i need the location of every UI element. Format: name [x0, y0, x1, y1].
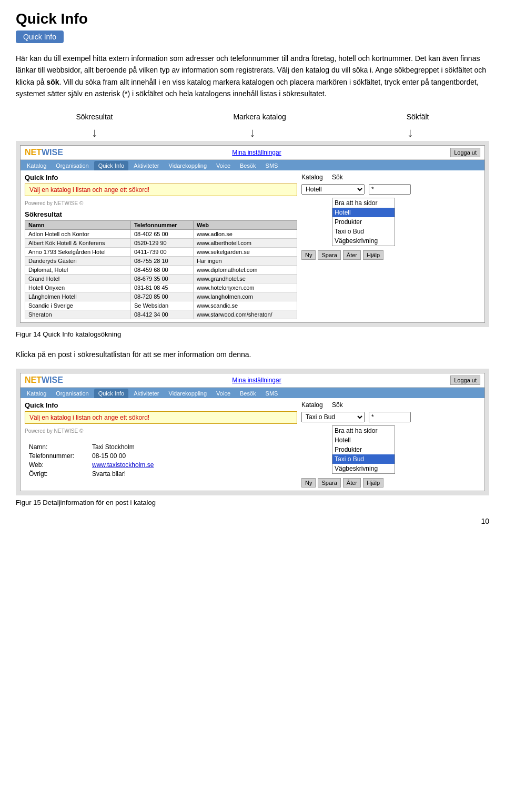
- between-text: Klicka på en post i sökresultatlistan fö…: [16, 349, 489, 360]
- catalog-label: Katalog: [301, 174, 328, 181]
- app2-right-panel: Katalog Sök Taxi o Bud Bra att ha sidor …: [301, 401, 480, 488]
- logout-button[interactable]: Logga ut: [450, 148, 480, 157]
- nav-bar: Katalog Organisation Quick Info Aktivite…: [21, 160, 484, 170]
- catalog-select-row2: Taxi o Bud: [301, 412, 411, 422]
- ny-button[interactable]: Ny: [301, 250, 316, 260]
- dropdown-item-taxi[interactable]: Taxi o Bud: [332, 227, 395, 236]
- catalog-select[interactable]: Hotell: [301, 184, 365, 195]
- catalog-dropdown2[interactable]: Bra att ha sidor Hotell Produkter Taxi o…: [332, 425, 395, 474]
- detail-ovrigt-row: Övrigt: Svarta bilar!: [29, 470, 293, 478]
- app1-content: Quick Info Välj en katalog i listan och …: [21, 170, 484, 322]
- nav-tab2-katalog[interactable]: Katalog: [23, 389, 50, 398]
- nav-tab-vidarekoppling[interactable]: Vidarekoppling: [165, 161, 211, 170]
- dropdown2-item-bra[interactable]: Bra att ha sidor: [332, 426, 395, 435]
- ater-button2[interactable]: Åter: [343, 478, 361, 488]
- app1-right-panel: Katalog Sök Hotell Bra att ha sidor Hote…: [301, 174, 480, 319]
- table-row[interactable]: Adlon Hotell och Kontor 08-402 65 00 www…: [25, 229, 297, 238]
- title-button[interactable]: Quick Info: [16, 31, 64, 43]
- col-namn: Namn: [25, 220, 131, 229]
- netwise-logo2: NETWISE: [25, 375, 63, 385]
- catalog-select-row: Hotell: [301, 184, 411, 195]
- detail-panel: Namn: Taxi Stockholm Telefonnummer: 08-1…: [25, 440, 297, 482]
- figure2-header: NETWISE Mina inställningar Logga ut: [21, 373, 484, 388]
- table-row[interactable]: Anno 1793 Sekelgården Hotel 0411-739 00 …: [25, 247, 297, 256]
- table-row[interactable]: Långholmen Hotell 08-720 85 00 www.langh…: [25, 292, 297, 301]
- action-buttons2: Ny Spara Åter Hjälp: [301, 478, 383, 488]
- label-sokfalt: Sökfält: [407, 113, 429, 121]
- table-row[interactable]: Grand Hotel 08-679 35 00 www.grandhotel.…: [25, 274, 297, 283]
- logout-button2[interactable]: Logga ut: [450, 375, 480, 385]
- ny-button2[interactable]: Ny: [301, 478, 316, 488]
- dropdown-item-produkter[interactable]: Produkter: [332, 217, 395, 227]
- hjalp-button2[interactable]: Hjälp: [363, 478, 383, 488]
- nav-tab2-besok[interactable]: Besök: [236, 389, 260, 398]
- dropdown2-item-vag[interactable]: Vägbeskrivning: [332, 464, 395, 473]
- nav-tab-quickinfo[interactable]: Quick Info: [94, 161, 129, 170]
- detail-tel-value: 08-15 00 00: [92, 452, 126, 460]
- app1-warning: Välj en katalog i listan och ange ett sö…: [25, 184, 297, 196]
- label-sokresultat: Sökresultat: [76, 113, 113, 121]
- table-row[interactable]: Hotell Onyxen 031-81 08 45 www.hotelonyx…: [25, 283, 297, 292]
- nav-tab2-aktiviteter[interactable]: Aktiviteter: [129, 389, 163, 398]
- nav-tab-katalog[interactable]: Katalog: [23, 161, 50, 170]
- settings-link2[interactable]: Mina inställningar: [232, 377, 281, 384]
- hjalp-button[interactable]: Hjälp: [363, 250, 383, 260]
- spara-button2[interactable]: Spara: [318, 478, 340, 488]
- page-number: 10: [16, 517, 489, 525]
- col-telefonnummer: Telefonnummer: [130, 220, 193, 229]
- spara-button[interactable]: Spara: [318, 250, 340, 260]
- detail-web-row: Web: www.taxistockholm.se: [29, 461, 293, 469]
- nav-tab-organisation[interactable]: Organisation: [52, 161, 93, 170]
- dropdown-item-hotell[interactable]: Hotell: [332, 208, 395, 217]
- arrow-down-2: ↓: [249, 125, 256, 140]
- detail-tel-row: Telefonnummer: 08-15 00 00: [29, 452, 293, 460]
- table-row[interactable]: Scandic i Sverige Se Websidan www.scandi…: [25, 301, 297, 310]
- sok-label: Sök: [332, 174, 343, 181]
- app2-warning: Välj en katalog i listan och ange ett sö…: [25, 411, 297, 424]
- sok-label2: Sök: [332, 401, 343, 409]
- nav-tab-besok[interactable]: Besök: [236, 161, 260, 170]
- nav-tab2-quickinfo[interactable]: Quick Info: [94, 389, 129, 398]
- dropdown2-item-taxi[interactable]: Taxi o Bud: [332, 454, 395, 464]
- figure2-caption: Figur 15 Detaljinformation för en post i…: [16, 499, 489, 506]
- dropdown-item[interactable]: Bra att ha sidor: [332, 198, 395, 208]
- nav-tab-sms[interactable]: SMS: [261, 161, 282, 170]
- arrow-down-1: ↓: [92, 125, 98, 140]
- results-label: Sökresultat: [25, 210, 297, 218]
- detail-tel-label: Telefonnummer:: [29, 452, 92, 460]
- detail-ovrigt-value: Svarta bilar!: [92, 470, 126, 478]
- sok-input[interactable]: [369, 184, 411, 195]
- sok-input2[interactable]: [369, 412, 411, 422]
- nav-tab2-organisation[interactable]: Organisation: [52, 389, 93, 398]
- settings-link[interactable]: Mina inställningar: [232, 149, 281, 156]
- label-markera-katalog: Markera katalog: [233, 113, 286, 121]
- dropdown2-item-hotell[interactable]: Hotell: [332, 435, 395, 445]
- catalog-select2[interactable]: Taxi o Bud: [301, 412, 365, 422]
- table-row[interactable]: Diplomat, Hotel 08-459 68 00 www.diploma…: [25, 265, 297, 274]
- app1-footer: Powered by NETWISE ©: [25, 200, 297, 206]
- nav-tab2-voice[interactable]: Voice: [212, 389, 235, 398]
- app2-footer: Powered by NETWISE ©: [25, 428, 297, 434]
- results-table: Namn Telefonnummer Web Adlon Hotell och …: [25, 220, 297, 319]
- page-title: Quick Info: [16, 11, 489, 27]
- figure1-labels: Sökresultat Markera katalog Sökfält: [16, 108, 489, 121]
- app1-left-panel: Quick Info Välj en katalog i listan och …: [25, 174, 297, 319]
- col-web: Web: [193, 220, 297, 229]
- netwise-logo: NETWISE: [25, 148, 63, 157]
- nav-tab-aktiviteter[interactable]: Aktiviteter: [129, 161, 163, 170]
- table-row[interactable]: Danderyds Gästeri 08-755 28 10 Har ingen: [25, 256, 297, 265]
- dropdown-item-vag[interactable]: Vägbeskrivning: [332, 236, 395, 246]
- app2-left-panel: Quick Info Välj en katalog i listan och …: [25, 401, 297, 488]
- table-row[interactable]: Albert Kök Hotell & Konferens 0520-129 9…: [25, 238, 297, 247]
- nav-tab2-sms[interactable]: SMS: [261, 389, 282, 398]
- nav-tab-voice[interactable]: Voice: [212, 161, 235, 170]
- ater-button[interactable]: Åter: [343, 250, 361, 260]
- detail-web-value[interactable]: www.taxistockholm.se: [92, 461, 154, 469]
- catalog-label2: Katalog: [301, 401, 328, 409]
- app1-section-title: Quick Info: [25, 174, 297, 181]
- dropdown2-item-produkter[interactable]: Produkter: [332, 445, 395, 454]
- table-row[interactable]: Sheraton 08-412 34 00 www.starwood.com/s…: [25, 310, 297, 319]
- nav-tab2-vidarekoppling[interactable]: Vidarekoppling: [165, 389, 211, 398]
- catalog-dropdown[interactable]: Bra att ha sidor Hotell Produkter Taxi o…: [332, 198, 395, 246]
- detail-namn-value: Taxi Stockholm: [92, 443, 135, 451]
